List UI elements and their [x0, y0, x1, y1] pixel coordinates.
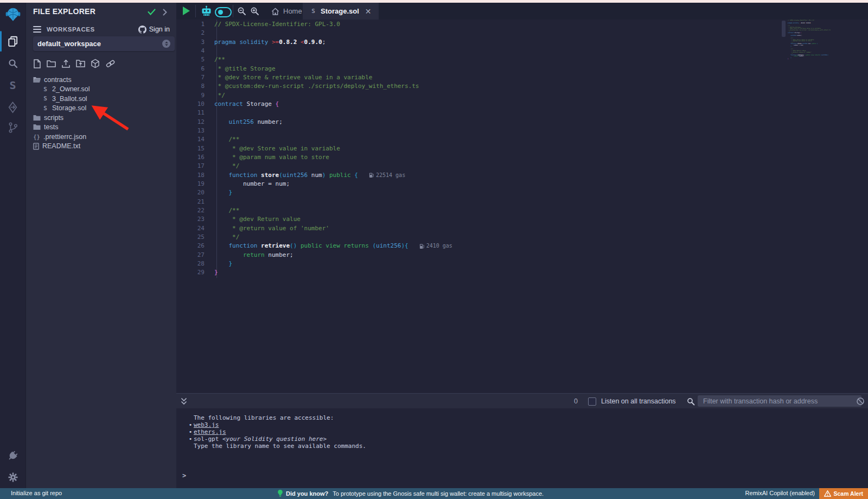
scam-alert-button[interactable]: Scam Alert — [819, 488, 868, 499]
tree-item--prettierrc-json[interactable]: {}.prettierrc.json — [26, 132, 177, 142]
clear-console-icon[interactable] — [856, 397, 865, 406]
code-line: } — [214, 188, 452, 197]
tree-item-label: 3_Ballot.sol — [52, 95, 87, 103]
line-number-gutter: 1234567891011121314151617181920212223242… — [176, 20, 205, 277]
lightbulb-icon — [278, 490, 283, 497]
terminal-expand-icon[interactable] — [181, 397, 187, 405]
solidity-file-icon: S — [42, 95, 49, 102]
tree-item-scripts[interactable]: scripts — [26, 113, 177, 123]
code-line: } — [214, 268, 452, 277]
line-number: 27 — [176, 251, 205, 260]
json-braces-icon: {} — [33, 134, 40, 140]
zoom-in-button[interactable] — [250, 7, 259, 16]
check-icon — [148, 9, 156, 15]
line-number: 24 — [176, 224, 205, 233]
terminal-library-link[interactable]: web3.js — [194, 421, 219, 428]
new-file-button[interactable] — [33, 59, 41, 68]
tree-item-label: tests — [44, 123, 58, 131]
tab-storage-sol[interactable]: S Storage.sol ✕ — [303, 3, 379, 20]
tree-item-tests[interactable]: tests — [26, 123, 177, 132]
code-editor[interactable]: 1234567891011121314151617181920212223242… — [176, 20, 868, 393]
upload-folder-button[interactable] — [76, 59, 85, 68]
listen-all-transactions-checkbox[interactable] — [588, 397, 596, 406]
ai-copilot-robot-icon[interactable] — [200, 5, 213, 17]
sidebar-item-deploy-and-run[interactable] — [0, 99, 25, 116]
tree-item-label: scripts — [44, 114, 63, 122]
ai-copilot-toggle[interactable] — [215, 7, 232, 17]
line-number: 5 — [176, 55, 205, 64]
upload-file-button[interactable] — [61, 59, 71, 68]
sign-in-button[interactable]: Sign in — [138, 26, 170, 34]
close-tab-icon[interactable]: ✕ — [365, 8, 372, 15]
remix-logo-icon — [5, 7, 21, 23]
tree-item-label: contracts — [44, 76, 72, 84]
line-number: 29 — [176, 268, 205, 277]
sidebar-item-plugin-manager[interactable] — [0, 448, 25, 463]
zoom-out-button[interactable] — [237, 7, 246, 16]
folder-icon — [33, 115, 41, 121]
line-number: 19 — [176, 180, 205, 188]
gas-estimate: 2410 gas — [419, 243, 452, 249]
line-number: 11 — [176, 109, 205, 117]
sign-in-label: Sign in — [149, 26, 170, 33]
sidebar-item-settings[interactable] — [0, 470, 25, 485]
tab-home[interactable]: Home — [265, 3, 309, 20]
terminal-library-link[interactable]: ethers.js — [194, 428, 226, 435]
cube-icon-button[interactable] — [91, 59, 100, 68]
line-number: 6 — [176, 65, 205, 73]
new-folder-button[interactable] — [47, 60, 56, 68]
line-number: 25 — [176, 233, 205, 242]
copilot-status[interactable]: RemixAI Copilot (enabled) — [745, 490, 815, 496]
tree-item-2-owner-sol[interactable]: S2_Owner.sol — [26, 85, 177, 94]
line-number: 3 — [176, 38, 205, 47]
terminal-toolbar: 0 Listen on all transactions — [176, 393, 868, 409]
code-line — [214, 127, 452, 135]
chevron-right-icon[interactable] — [163, 9, 168, 16]
tree-item-3-ballot-sol[interactable]: S3_Ballot.sol — [26, 94, 177, 104]
line-number: 26 — [176, 242, 205, 250]
code-line: * @title Storage — [214, 65, 452, 73]
workspaces-menu-icon[interactable] — [33, 26, 41, 33]
git-branch-icon — [8, 122, 18, 134]
code-line: * @param num value to store — [214, 153, 452, 162]
solidity-file-icon: S — [42, 105, 49, 112]
status-bar: Initialize as git repo Did you know? To … — [0, 488, 868, 499]
editor-scrollbar[interactable] — [782, 21, 786, 37]
folder-icon — [33, 124, 41, 130]
run-script-button[interactable] — [183, 7, 190, 15]
line-number: 9 — [176, 91, 205, 100]
code-line — [214, 47, 452, 55]
link-icon-button[interactable] — [105, 59, 116, 68]
home-tab-label: Home — [283, 7, 302, 15]
github-icon — [138, 26, 146, 34]
init-git-repo-button[interactable]: Initialize as git repo — [11, 490, 62, 496]
code-line: * @return value of 'number' — [214, 224, 452, 233]
editor-minimap[interactable]: // SPDX-License-Identifier: GPL-3.0pragm… — [788, 20, 839, 60]
tip-bold-label: Did you know? — [286, 490, 328, 497]
gas-estimate: 22514 gas — [369, 172, 405, 178]
sidebar-item-search[interactable] — [0, 56, 25, 71]
did-you-know-tip: Did you know? To prototype using the Gno… — [278, 490, 544, 497]
transaction-filter-input[interactable] — [698, 395, 861, 407]
line-number: 22 — [176, 206, 205, 215]
code-line: contract Storage { — [214, 100, 452, 109]
code-line: * @dev Return value — [214, 215, 452, 224]
tree-item-contracts[interactable]: contracts — [26, 75, 177, 85]
tree-item-readme-txt[interactable]: README.txt — [26, 142, 177, 151]
code-line: * @dev Store value in variable — [214, 144, 452, 153]
workspace-select[interactable]: default_workspace — [33, 36, 175, 51]
line-number: 12 — [176, 118, 205, 127]
terminal-line: Type the library name to see available c… — [187, 443, 366, 450]
tree-item-storage-sol[interactable]: SStorage.sol — [26, 104, 177, 113]
code-line — [214, 109, 452, 117]
terminal-prompt[interactable]: > — [182, 472, 186, 479]
sidebar-item-file-explorer[interactable] — [0, 33, 25, 50]
terminal-search-icon[interactable] — [687, 397, 695, 406]
remix-logo[interactable] — [0, 5, 25, 25]
sidebar-item-git[interactable] — [0, 119, 25, 136]
line-number: 2 — [176, 29, 205, 37]
sidebar-item-solidity-compiler[interactable]: S — [0, 78, 25, 93]
terminal-output[interactable]: The following libraries are accessible:•… — [176, 408, 868, 488]
line-number: 1 — [176, 20, 205, 29]
code-line: */ — [214, 91, 452, 100]
